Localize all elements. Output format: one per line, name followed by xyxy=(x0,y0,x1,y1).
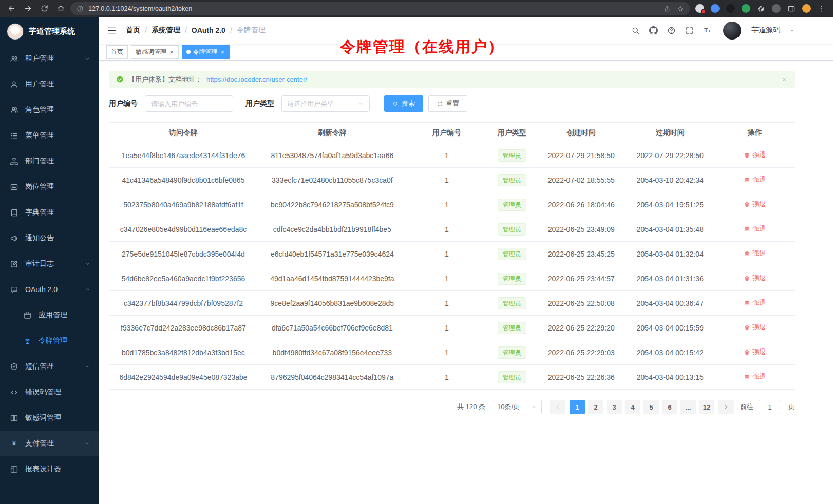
goto-page-input[interactable] xyxy=(759,400,781,414)
sidebar-item-sms[interactable]: 短信管理 xyxy=(0,354,99,379)
force-logout-button[interactable]: 强退 xyxy=(744,150,766,160)
force-logout-button[interactable]: 强退 xyxy=(744,372,766,381)
reset-button[interactable]: 重置 xyxy=(428,95,467,112)
extension-5-icon[interactable] xyxy=(772,4,781,13)
sidebar-item-notice[interactable]: 通知公告 xyxy=(0,225,99,251)
page-button-3[interactable]: 3 xyxy=(607,400,622,414)
post-icon xyxy=(10,183,18,191)
page-button-6[interactable]: 6 xyxy=(662,400,677,414)
page-button-1[interactable]: 1 xyxy=(570,400,585,414)
extension-2-icon[interactable] xyxy=(711,4,720,13)
created-at-cell: 2022-06-25 23:44:57 xyxy=(537,266,626,291)
tab-oauth2-token[interactable]: 令牌管理× xyxy=(182,45,230,59)
user-type-badge: 管理员 xyxy=(498,371,526,383)
breadcrumb-item[interactable]: OAuth 2.0 xyxy=(192,26,225,34)
share-icon[interactable] xyxy=(664,5,671,12)
profile-avatar-icon[interactable] xyxy=(802,4,811,13)
pager-ellipsis[interactable]: ... xyxy=(680,400,696,414)
close-icon[interactable] xyxy=(781,76,788,83)
question-icon[interactable] xyxy=(667,26,676,35)
topbar: 首页/系统管理/OAuth 2.0/令牌管理 TT 芋道源码 xyxy=(99,17,833,44)
sidebar-item-audit-log[interactable]: 审计日志 xyxy=(0,251,99,277)
bookmark-star-icon[interactable] xyxy=(677,5,684,12)
sidebar-item-error-code[interactable]: 错误码管理 xyxy=(0,379,99,405)
force-logout-button[interactable]: 强退 xyxy=(744,347,766,357)
user-type-badge: 管理员 xyxy=(498,199,526,211)
font-size-icon[interactable]: TT xyxy=(703,26,712,35)
extensions-puzzle-icon[interactable] xyxy=(757,5,765,13)
page-size-value: 10条/页 xyxy=(497,402,520,412)
tab-sensitive-word[interactable]: 敏感词管理× xyxy=(131,45,179,59)
force-logout-button[interactable]: 强退 xyxy=(744,323,766,332)
page-button-12[interactable]: 12 xyxy=(699,400,714,414)
tab-home[interactable]: 首页 xyxy=(106,45,128,59)
force-logout-button[interactable]: 强退 xyxy=(744,249,766,258)
sidebar-item-post[interactable]: 岗位管理 xyxy=(0,174,99,200)
extension-3-icon[interactable] xyxy=(726,4,735,13)
sidebar-item-role[interactable]: 角色管理 xyxy=(0,97,99,123)
home-icon[interactable] xyxy=(56,4,65,13)
user-type-cell: 管理员 xyxy=(487,217,537,242)
github-icon[interactable] xyxy=(649,26,658,35)
fullscreen-icon[interactable] xyxy=(685,26,694,35)
caret-down-icon[interactable] xyxy=(789,28,795,33)
side-panel-icon[interactable] xyxy=(787,5,796,13)
force-logout-button[interactable]: 强退 xyxy=(744,298,766,307)
sidebar-item-tenant[interactable]: 租户管理 xyxy=(0,46,99,71)
app: 芋道管理系统 租户管理用户管理角色管理菜单管理部门管理岗位管理字典管理通知公告审… xyxy=(0,17,833,504)
user-name[interactable]: 芋道源码 xyxy=(751,26,780,35)
user-type-select[interactable]: 请选择用户类型 xyxy=(281,95,370,112)
close-icon[interactable]: × xyxy=(220,49,225,55)
force-logout-button[interactable]: 强退 xyxy=(744,175,766,184)
doc-alert: 【用户体系】文档地址： https://doc.iocoder.cn/user-… xyxy=(109,71,795,88)
extension-1-icon[interactable] xyxy=(695,4,704,13)
trash-icon xyxy=(744,152,750,159)
sidebar-item-user[interactable]: 用户管理 xyxy=(0,71,99,97)
forward-icon[interactable] xyxy=(24,4,32,13)
user-avatar[interactable] xyxy=(723,22,741,40)
breadcrumb-item[interactable]: 首页 xyxy=(126,26,140,35)
org-tree-icon xyxy=(10,157,18,166)
search-icon[interactable] xyxy=(631,26,640,35)
sidebar-item-pay[interactable]: ¥支付管理 xyxy=(0,431,99,456)
extension-4-icon[interactable] xyxy=(742,4,750,13)
menu-kebab-icon[interactable] xyxy=(818,5,826,13)
app-logo[interactable]: 芋道管理系统 xyxy=(0,17,99,46)
hamburger-icon[interactable] xyxy=(107,26,117,35)
page-button-5[interactable]: 5 xyxy=(643,400,659,414)
search-button[interactable]: 搜索 xyxy=(384,95,423,112)
search-button-label: 搜索 xyxy=(402,99,415,108)
close-icon[interactable]: × xyxy=(169,49,174,55)
sidebar-item-dict[interactable]: 字典管理 xyxy=(0,200,99,225)
force-logout-button[interactable]: 强退 xyxy=(744,274,766,283)
sidebar-item-label: 用户管理 xyxy=(25,80,90,89)
action-cell: 强退 xyxy=(715,266,795,291)
address-bar[interactable]: 127.0.0.1:1024/system/oauth2/token xyxy=(70,2,690,15)
force-logout-button[interactable]: 强退 xyxy=(744,224,766,234)
sidebar-item-oauth2-app[interactable]: 应用管理 xyxy=(0,302,99,328)
doc-link[interactable]: https://doc.iocoder.cn/user-center/ xyxy=(206,75,307,83)
next-page-button[interactable] xyxy=(718,400,734,414)
force-logout-label: 强退 xyxy=(752,372,766,381)
user-id-input[interactable] xyxy=(145,95,233,112)
sidebar-item-dept[interactable]: 部门管理 xyxy=(0,148,99,174)
site-info-icon[interactable] xyxy=(77,5,84,12)
breadcrumb-item[interactable]: 系统管理 xyxy=(152,26,180,35)
page-size-select[interactable]: 10条/页 xyxy=(493,400,542,414)
prev-page-button[interactable] xyxy=(550,400,565,414)
force-logout-button[interactable]: 强退 xyxy=(744,200,766,209)
refresh-token-cell: 9ce8ef2aa9f14056b831ae9b608e28d5 xyxy=(258,291,407,316)
sidebar-item-menu[interactable]: 菜单管理 xyxy=(0,123,99,148)
table-row: 1ea5e44f8bc1467aaede43144f31de76811c5304… xyxy=(109,143,795,168)
sidebar-item-oauth2[interactable]: OAuth 2.0 xyxy=(0,277,99,302)
tab-label: 令牌管理 xyxy=(193,48,218,56)
back-icon[interactable] xyxy=(7,4,16,13)
page-button-4[interactable]: 4 xyxy=(625,400,640,414)
trash-icon xyxy=(744,201,750,208)
table-row: 54d6be82ee5a460a9aedc1f9bf22365649d1aa46… xyxy=(109,266,795,291)
page-button-2[interactable]: 2 xyxy=(588,400,603,414)
sidebar-item-sensitive-word[interactable]: 敏感词管理 xyxy=(0,405,99,431)
sidebar-item-report[interactable]: 报表设计器 xyxy=(0,456,99,482)
sidebar-item-oauth2-token[interactable]: 令牌管理 xyxy=(0,328,99,354)
reload-icon[interactable] xyxy=(40,4,49,13)
